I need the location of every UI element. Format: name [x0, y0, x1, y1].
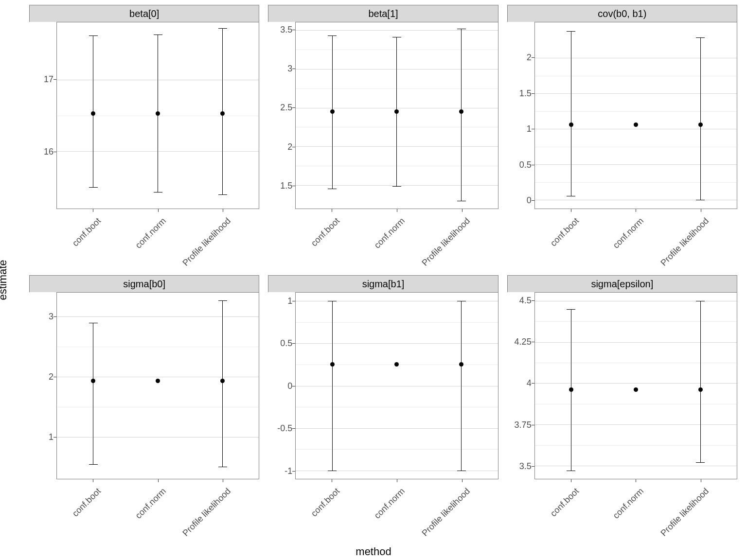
facet-panel: cov(b0, b1)00.511.52conf.bootconf.normPr… — [507, 5, 737, 267]
plot-area — [295, 292, 498, 479]
plot-area — [295, 22, 498, 209]
y-axis-label: estimate — [0, 260, 9, 300]
facet-panel: sigma[epsilon]3.53.7544.254.5conf.bootco… — [507, 275, 737, 538]
plot-area — [56, 292, 259, 479]
point-estimate — [394, 109, 399, 114]
point-estimate — [459, 109, 463, 114]
point-estimate — [459, 362, 463, 367]
point-estimate — [220, 379, 225, 383]
x-tick-label: conf.norm — [133, 216, 168, 250]
y-tick-label: 0.5 — [519, 159, 532, 170]
point-estimate — [156, 111, 160, 116]
point-estimate — [569, 387, 573, 392]
point-estimate — [330, 362, 335, 367]
x-tick-label: conf.norm — [372, 216, 407, 250]
plot-area — [534, 22, 737, 209]
y-tick-label: 0 — [527, 195, 532, 206]
figure: estimate method beta[0]1617conf.bootconf… — [0, 0, 747, 560]
x-tick-label: conf.norm — [611, 486, 646, 521]
y-tick-label: 2 — [287, 141, 292, 152]
facet-title: beta[0] — [29, 5, 259, 22]
x-tick-label: Profile likelihood — [420, 486, 472, 539]
x-tick-label: conf.boot — [71, 216, 103, 248]
y-tick-label: 4.25 — [515, 337, 532, 347]
y-tick-label: 4.5 — [519, 296, 532, 306]
y-tick-label: 17 — [44, 74, 53, 85]
y-tick-label: 3.5 — [519, 461, 532, 471]
x-tick-label: conf.boot — [71, 486, 103, 519]
x-tick-label: conf.norm — [133, 486, 168, 521]
point-estimate — [394, 362, 399, 367]
point-estimate — [156, 379, 160, 383]
point-estimate — [91, 379, 95, 383]
facet-title: sigma[b0] — [29, 275, 259, 292]
x-tick-label: Profile likelihood — [658, 216, 711, 268]
facet-panel: sigma[b1]-1-0.500.51conf.bootconf.normPr… — [268, 275, 498, 538]
facet-panel: sigma[b0]123conf.bootconf.normProfile li… — [29, 275, 259, 538]
x-tick-label: Profile likelihood — [181, 216, 233, 268]
plot-area — [56, 22, 259, 209]
facet-title: sigma[b1] — [268, 275, 498, 292]
point-estimate — [634, 122, 638, 127]
facet-title: beta[1] — [268, 5, 498, 22]
y-tick-label: 1 — [49, 432, 53, 442]
point-estimate — [330, 109, 335, 114]
y-tick-label: 1.5 — [519, 88, 532, 98]
x-tick-label: Profile likelihood — [658, 486, 711, 539]
y-tick-label: 3.5 — [280, 25, 292, 35]
facet-panel: beta[0]1617conf.bootconf.normProfile lik… — [29, 5, 259, 267]
facet-title: sigma[epsilon] — [507, 275, 737, 292]
x-tick-label: conf.boot — [309, 486, 342, 519]
x-tick-label: Profile likelihood — [420, 216, 472, 268]
y-tick-label: 2.5 — [280, 103, 292, 113]
y-tick-label: 1 — [527, 124, 532, 134]
x-tick-label: conf.boot — [309, 216, 342, 248]
x-tick-label: conf.norm — [611, 216, 646, 250]
y-tick-label: -0.5 — [277, 423, 292, 434]
point-estimate — [698, 122, 703, 127]
x-tick-label: conf.boot — [548, 486, 581, 519]
x-tick-label: conf.norm — [372, 486, 407, 521]
y-tick-label: 4 — [527, 378, 532, 388]
y-tick-label: 16 — [44, 146, 53, 157]
point-estimate — [569, 122, 573, 127]
y-tick-label: 1.5 — [280, 180, 292, 191]
facet-grid: beta[0]1617conf.bootconf.normProfile lik… — [29, 5, 737, 538]
y-tick-label: 0.5 — [280, 338, 292, 349]
x-axis-label: method — [356, 545, 391, 558]
point-estimate — [91, 111, 95, 116]
y-tick-label: 1 — [287, 296, 292, 306]
y-tick-label: 2 — [49, 371, 53, 382]
y-tick-label: 3.75 — [515, 420, 532, 430]
plot-area — [534, 292, 737, 479]
facet-panel: beta[1]1.522.533.5conf.bootconf.normProf… — [268, 5, 498, 267]
point-estimate — [634, 387, 638, 392]
x-tick-label: conf.boot — [548, 216, 581, 248]
y-tick-label: 3 — [287, 64, 292, 74]
y-tick-label: 3 — [49, 311, 53, 321]
facet-title: cov(b0, b1) — [507, 5, 737, 22]
point-estimate — [220, 111, 225, 116]
y-tick-label: 2 — [527, 52, 532, 63]
y-tick-label: 0 — [287, 381, 292, 391]
x-tick-label: Profile likelihood — [181, 486, 233, 539]
y-tick-label: -1 — [285, 466, 292, 476]
point-estimate — [698, 387, 703, 392]
